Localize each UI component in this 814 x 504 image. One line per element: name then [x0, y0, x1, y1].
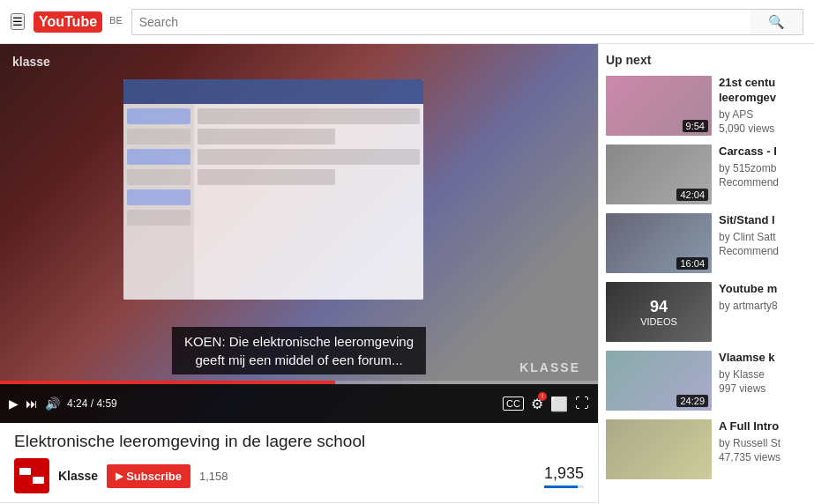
sidebar-title: Carcass - I	[719, 145, 807, 159]
subscribe-button[interactable]: ▶ Subscribe	[107, 464, 190, 488]
volume-button[interactable]: 🔊	[45, 397, 60, 411]
sidebar-meta: Sit/Stand l by Clint Satt Recommend	[719, 213, 807, 273]
sidebar-channel: by Klasse	[719, 368, 807, 381]
main-layout: klasse KLASSE KOEN: Die elektronische le…	[0, 44, 814, 504]
video-duration: 16:04	[676, 257, 708, 270]
player-controls: ▶ ⏭ 🔊 4:24 / 4:59 CC ⚙ ! ⬜ ⛶	[0, 384, 598, 423]
search-input[interactable]	[131, 9, 751, 35]
monitor-row	[127, 210, 190, 226]
logo-container[interactable]: YouTube BE	[34, 11, 123, 33]
video-title: Elektronische leeromgeving in de lagere …	[14, 432, 584, 451]
search-icon: 🔍	[768, 14, 785, 30]
play-button[interactable]: ▶	[9, 397, 19, 411]
subscriber-count: 1,158	[199, 470, 228, 483]
youtube-logo: YouTube	[34, 11, 103, 33]
next-button[interactable]: ⏭	[26, 397, 38, 411]
up-next-label: Up next	[606, 53, 807, 67]
sidebar-stats: 47,735 views	[719, 451, 807, 463]
sidebar-thumbnail: 9:54	[606, 76, 712, 136]
video-duration: 24:29	[676, 395, 708, 407]
view-count-container: 1,935	[544, 464, 584, 488]
logo-cell-gap	[19, 477, 31, 484]
video-duration: 9:54	[683, 120, 708, 132]
sidebar-channel: by APS	[719, 108, 807, 121]
sidebar-item[interactable]: 16:04 Sit/Stand l by Clint Satt Recommen…	[606, 213, 807, 273]
logo-you: YouTube	[34, 11, 102, 33]
sidebar-item[interactable]: A Full Intro by Russell St 47,735 views	[606, 419, 807, 479]
sidebar-title: 21st centu leeromgev	[719, 76, 807, 106]
sidebar-item[interactable]: 42:04 Carcass - I by 515zomb Recommend	[606, 145, 807, 204]
header: ☰ YouTube BE 🔍	[0, 0, 814, 44]
monitor-row	[127, 129, 190, 145]
channel-info: Klasse	[58, 469, 98, 483]
sidebar-thumbnail: 24:29	[606, 351, 712, 411]
sidebar-meta: Youtube m by artmarty8	[719, 282, 807, 342]
sidebar-thumbnail	[606, 419, 712, 479]
monitor-row	[198, 149, 420, 165]
sidebar-stats: Recommend	[719, 245, 807, 257]
sidebar-meta: Carcass - I by 515zomb Recommend	[719, 145, 807, 204]
klasse-label: klasse	[12, 55, 50, 69]
sidebar-thumbnail: 42:04	[606, 145, 712, 204]
video-info: Elektronische leeromgeving in de lagere …	[0, 423, 598, 499]
monitor-row	[198, 129, 335, 145]
monitor-row	[127, 108, 190, 124]
subtitle-line1: KOEN: Die elektronische leeromgeving	[184, 332, 414, 351]
monitor-row	[127, 149, 190, 165]
sidebar-thumbnail: 16:04	[606, 213, 712, 273]
fullscreen-button[interactable]: ⛶	[575, 396, 589, 411]
cc-button[interactable]: CC	[503, 397, 524, 411]
subtitle-line2: geeft mij een middel of een forum...	[184, 351, 414, 369]
view-bar-fill	[544, 485, 578, 488]
sidebar-title: Sit/Stand l	[719, 213, 807, 228]
monitor-overlay	[123, 79, 423, 300]
monitor-sidebar	[123, 104, 194, 300]
sidebar-channel: by Russell St	[719, 437, 807, 449]
logo-cell-gap	[33, 468, 44, 475]
monitor-row	[198, 108, 420, 124]
sidebar-stats: 5,090 views	[719, 122, 807, 135]
logo-cell	[33, 477, 44, 484]
sidebar-item[interactable]: 94 VIDEOS Youtube m by artmarty8	[606, 282, 807, 342]
channel-name[interactable]: Klasse	[58, 469, 98, 483]
view-count: 1,935	[544, 464, 584, 483]
video-section: klasse KLASSE KOEN: Die elektronische le…	[0, 44, 598, 504]
monitor-row	[198, 169, 335, 185]
video-player[interactable]: klasse KLASSE KOEN: Die elektronische le…	[0, 44, 598, 423]
search-button[interactable]: 🔍	[751, 9, 803, 35]
video-duration: 42:04	[676, 189, 708, 201]
klasse-watermark: KLASSE	[519, 360, 580, 374]
channel-logo[interactable]	[14, 458, 49, 493]
channel-row: Klasse ▶ Subscribe 1,158 1,935	[14, 458, 584, 493]
monitor-row	[127, 169, 190, 185]
monitor-nav	[123, 79, 423, 104]
time-display: 4:24 / 4:59	[67, 397, 117, 410]
sidebar-item[interactable]: 9:54 21st centu leeromgev by APS 5,090 v…	[606, 76, 807, 136]
channel-right: 1,935	[237, 464, 584, 488]
sidebar-meta: Vlaamse k by Klasse 997 views	[719, 351, 807, 411]
settings-container: ⚙ !	[531, 396, 543, 412]
sidebar-meta: A Full Intro by Russell St 47,735 views	[719, 419, 807, 479]
logo-cell	[19, 468, 31, 475]
settings-badge: !	[538, 392, 547, 401]
logo-tube-text: Tube	[64, 14, 97, 29]
sidebar-channel: by artmarty8	[719, 300, 807, 312]
monitor-content	[194, 104, 423, 300]
time-current: 4:24	[67, 397, 87, 410]
sidebar-title: A Full Intro	[719, 419, 807, 434]
sidebar: Up next 9:54 21st centu leeromgev by APS…	[598, 44, 814, 504]
sidebar-stats: 997 views	[719, 382, 807, 395]
hamburger-button[interactable]: ☰	[11, 13, 25, 30]
sidebar-channel: by Clint Satt	[719, 231, 807, 243]
sidebar-stats: Recommend	[719, 176, 807, 189]
channel-logo-inner	[17, 465, 47, 486]
view-bar	[544, 485, 584, 488]
sidebar-item[interactable]: 24:29 Vlaamse k by Klasse 997 views	[606, 351, 807, 411]
sidebar-thumbnail: 94 VIDEOS	[606, 282, 712, 342]
hamburger-icon: ☰	[12, 15, 23, 28]
theater-button[interactable]: ⬜	[550, 396, 568, 412]
playlist-count: 94 VIDEOS	[640, 298, 677, 327]
subtitle-bar: KOEN: Die elektronische leeromgeving gee…	[172, 327, 426, 374]
subscribe-label: Subscribe	[126, 470, 182, 483]
monitor-row	[127, 189, 190, 205]
